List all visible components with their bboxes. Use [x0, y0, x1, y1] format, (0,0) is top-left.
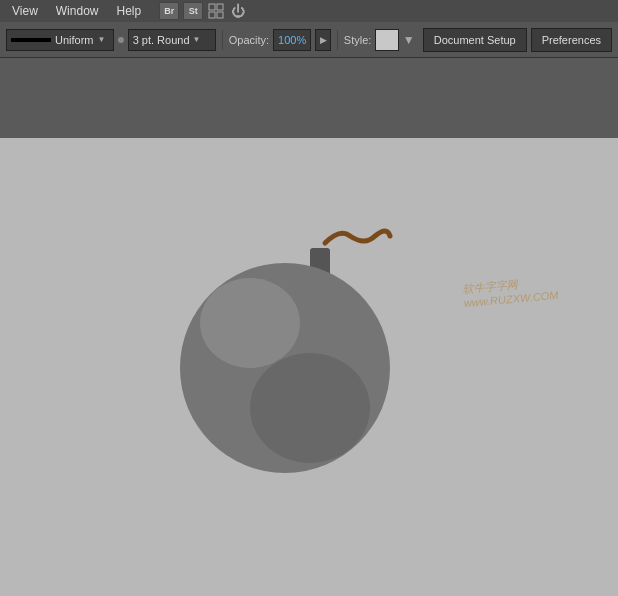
stroke-size-label: 3 pt. Round	[133, 34, 190, 46]
stroke-size-select[interactable]: 3 pt. Round ▼	[128, 29, 216, 51]
svg-point-6	[200, 278, 300, 368]
stroke-type-label: Uniform	[55, 34, 94, 46]
document-setup-button[interactable]: Document Setup	[423, 28, 527, 52]
stroke-type-select[interactable]: Uniform ▼	[6, 29, 114, 51]
svg-rect-2	[209, 12, 215, 18]
grid-icon[interactable]	[207, 2, 227, 20]
stock-icon[interactable]: St	[183, 2, 203, 20]
bomb-illustration	[155, 198, 415, 478]
opacity-label: Opacity:	[229, 34, 269, 46]
style-arrow[interactable]: ▼	[403, 33, 415, 47]
style-label: Style:	[344, 34, 372, 46]
svg-rect-0	[209, 4, 215, 10]
menu-view[interactable]: View	[4, 2, 46, 20]
preferences-button[interactable]: Preferences	[531, 28, 612, 52]
menu-bar: View Window Help Br St ⏻	[0, 0, 618, 22]
stroke-size-arrow: ▼	[193, 35, 201, 44]
style-box[interactable]	[375, 29, 399, 51]
opacity-input[interactable]	[273, 29, 311, 51]
svg-rect-3	[217, 12, 223, 18]
bomb-svg	[155, 198, 415, 478]
opacity-arrow[interactable]: ▶	[315, 29, 331, 51]
separator-2	[337, 30, 338, 50]
menu-help[interactable]: Help	[108, 2, 149, 20]
toolbar: Uniform ▼ 3 pt. Round ▼ Opacity: ▶ Style…	[0, 22, 618, 58]
stroke-dot	[118, 37, 124, 43]
watermark: 软牛字字网 www.RUZXW.COM	[462, 274, 559, 309]
separator-1	[222, 30, 223, 50]
bridge-icon[interactable]: Br	[159, 2, 179, 20]
menu-window[interactable]: Window	[48, 2, 107, 20]
svg-point-7	[250, 353, 370, 463]
stroke-preview	[11, 38, 51, 42]
stroke-dropdown-arrow: ▼	[98, 35, 106, 44]
canvas-top	[0, 58, 618, 138]
canvas-main[interactable]: 软牛字字网 www.RUZXW.COM	[0, 138, 618, 596]
svg-rect-1	[217, 4, 223, 10]
app-icons-group: Br St ⏻	[159, 2, 245, 20]
power-icon[interactable]: ⏻	[231, 3, 245, 19]
